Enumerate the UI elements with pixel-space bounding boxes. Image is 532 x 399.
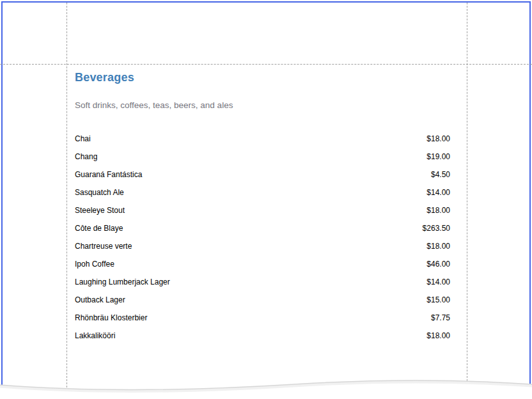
table-row: Côte de Blaye $263.50 — [75, 219, 450, 237]
product-price: $4.50 — [431, 170, 450, 179]
table-row: Chartreuse verte $18.00 — [75, 237, 450, 255]
product-name: Laughing Lumberjack Lager — [75, 278, 170, 286]
product-price: $19.00 — [426, 152, 450, 161]
top-margin-guide — [0, 64, 532, 65]
product-name: Guaraná Fantástica — [75, 170, 142, 179]
product-price: $18.00 — [426, 134, 450, 143]
product-price: $14.00 — [426, 278, 450, 286]
table-row: Lakkalikööri $18.00 — [75, 327, 450, 345]
product-name: Lakkalikööri — [75, 331, 115, 340]
right-margin-guide — [467, 3, 467, 394]
table-row: Rhönbräu Klosterbier $7.75 — [75, 309, 450, 327]
table-row: Guaraná Fantástica $4.50 — [75, 166, 450, 184]
product-name: Côte de Blaye — [75, 224, 123, 233]
product-price: $15.00 — [426, 295, 450, 304]
report-preview-canvas: Beverages Soft drinks, coffees, teas, be… — [0, 0, 532, 399]
product-price: $46.00 — [426, 260, 450, 269]
product-name: Chang — [75, 152, 97, 161]
table-row: Ipoh Coffee $46.00 — [75, 255, 450, 273]
left-margin-guide — [66, 3, 67, 394]
product-price: $18.00 — [426, 242, 450, 251]
product-name: Steeleye Stout — [75, 206, 125, 215]
product-name: Sasquatch Ale — [75, 188, 124, 197]
table-row: Chai $18.00 — [75, 130, 450, 148]
table-row: Sasquatch Ale $14.00 — [75, 184, 450, 201]
product-name: Chartreuse verte — [75, 242, 132, 251]
table-row: Steeleye Stout $18.00 — [75, 201, 450, 219]
table-row: Laughing Lumberjack Lager $14.00 — [75, 273, 450, 291]
category-description: Soft drinks, coffees, teas, beers, and a… — [75, 100, 233, 110]
product-name: Ipoh Coffee — [75, 260, 114, 269]
page-continuation-wave — [0, 370, 532, 399]
product-name: Chai — [75, 134, 91, 143]
product-price: $18.00 — [426, 331, 450, 340]
category-title: Beverages — [75, 71, 134, 84]
product-list: Chai $18.00 Chang $19.00 Guaraná Fantást… — [75, 130, 450, 345]
product-price: $14.00 — [426, 188, 450, 197]
table-row: Outback Lager $15.00 — [75, 291, 450, 309]
product-price: $263.50 — [423, 224, 450, 233]
product-name: Rhönbräu Klosterbier — [75, 313, 147, 322]
table-row: Chang $19.00 — [75, 148, 450, 166]
product-price: $18.00 — [426, 206, 450, 215]
product-price: $7.75 — [431, 313, 450, 322]
product-name: Outback Lager — [75, 295, 125, 304]
